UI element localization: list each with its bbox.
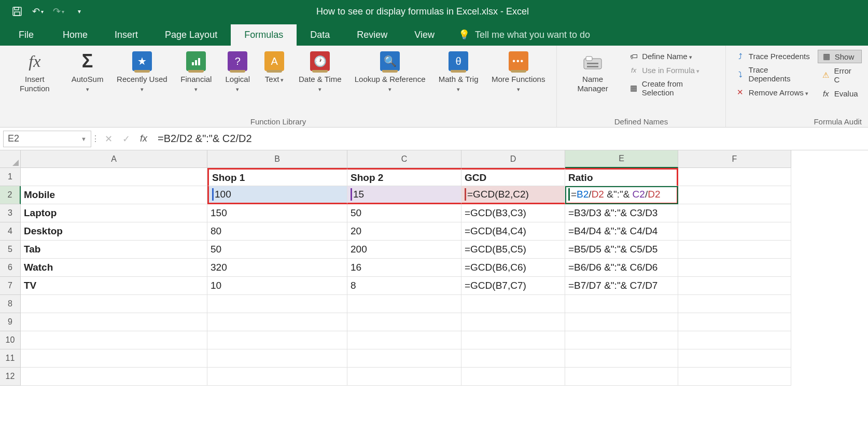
show-formulas-button[interactable]: ▦Show	[818, 50, 862, 63]
cell-A2[interactable]: Mobile	[21, 186, 207, 204]
row-header-8[interactable]: 8	[0, 295, 21, 313]
cell-C2[interactable]: 15	[347, 186, 461, 204]
cell-F7[interactable]	[678, 277, 791, 295]
cell-F8[interactable]	[678, 295, 791, 313]
cell-B5[interactable]: 50	[207, 241, 347, 259]
cell-A9[interactable]	[21, 313, 207, 331]
row-header-12[interactable]: 12	[0, 368, 21, 386]
enter-formula-button[interactable]: ✓	[117, 131, 135, 147]
row-header-3[interactable]: 3	[0, 204, 21, 222]
cell-F4[interactable]	[678, 222, 791, 241]
cell-F1[interactable]	[678, 168, 791, 186]
customize-qat-icon[interactable]: ▾	[73, 5, 86, 18]
cell-B2[interactable]: 100	[207, 186, 347, 204]
cell-D1[interactable]: GCD	[461, 168, 565, 186]
cell-A12[interactable]	[21, 368, 207, 386]
cell-D6[interactable]: =GCD(B6,C6)	[461, 259, 565, 277]
cell-A11[interactable]	[21, 349, 207, 368]
cell-E10[interactable]	[565, 331, 678, 349]
column-header-B[interactable]: B	[207, 150, 347, 168]
cell-B1[interactable]: Shop 1	[207, 168, 347, 186]
tab-file[interactable]: File	[10, 24, 49, 46]
cell-E2[interactable]: =B2/D2 &":"& C2/D2	[565, 186, 678, 204]
cell-D2[interactable]: =GCD(B2,C2)	[461, 186, 565, 204]
cell-F11[interactable]	[678, 349, 791, 368]
insert-function-button[interactable]: fx Insert Function	[6, 49, 63, 94]
cell-D9[interactable]	[461, 313, 565, 331]
more-functions-button[interactable]: ••• More Functions	[486, 49, 550, 94]
logical-button[interactable]: ? Logical	[220, 49, 255, 94]
chevron-down-icon[interactable]: ▼	[81, 136, 87, 142]
lookup-button[interactable]: 🔍 Lookup & Reference	[349, 49, 430, 94]
column-header-C[interactable]: C	[347, 150, 461, 168]
trace-precedents-button[interactable]: ⤴Trace Precedents	[732, 50, 815, 62]
cell-E9[interactable]	[565, 313, 678, 331]
tab-insert[interactable]: Insert	[101, 24, 151, 46]
column-header-F[interactable]: F	[678, 150, 791, 168]
column-header-A[interactable]: A	[21, 150, 207, 168]
cell-C5[interactable]: 200	[347, 241, 461, 259]
cell-D8[interactable]	[461, 295, 565, 313]
cell-B6[interactable]: 320	[207, 259, 347, 277]
tab-pagelayout[interactable]: Page Layout	[151, 24, 231, 46]
cell-A10[interactable]	[21, 331, 207, 349]
cell-E11[interactable]	[565, 349, 678, 368]
cell-A1[interactable]	[21, 168, 207, 186]
cancel-formula-button[interactable]: ✕	[100, 131, 117, 147]
cell-C8[interactable]	[347, 295, 461, 313]
cell-D4[interactable]: =GCD(B4,C4)	[461, 222, 565, 241]
cell-B9[interactable]	[207, 313, 347, 331]
row-header-5[interactable]: 5	[0, 241, 21, 259]
cell-A5[interactable]: Tab	[21, 241, 207, 259]
math-button[interactable]: θ Math & Trig	[433, 49, 483, 94]
cell-F3[interactable]	[678, 204, 791, 222]
cell-F9[interactable]	[678, 313, 791, 331]
cell-A4[interactable]: Desktop	[21, 222, 207, 241]
worksheet-grid[interactable]: 123456789101112 ABCDEF Shop 1Shop 2GCDRa…	[0, 150, 868, 386]
cell-A6[interactable]: Watch	[21, 259, 207, 277]
cell-C6[interactable]: 16	[347, 259, 461, 277]
column-header-E[interactable]: E	[565, 150, 678, 168]
cell-E8[interactable]	[565, 295, 678, 313]
text-button[interactable]: A Text	[258, 49, 290, 85]
cell-D12[interactable]	[461, 368, 565, 386]
cell-B12[interactable]	[207, 368, 347, 386]
row-header-9[interactable]: 9	[0, 313, 21, 331]
cell-C9[interactable]	[347, 313, 461, 331]
create-from-selection-button[interactable]: ▦Create from Selection	[625, 78, 719, 99]
cell-B10[interactable]	[207, 331, 347, 349]
undo-icon[interactable]: ↶▾	[31, 5, 45, 18]
cell-B4[interactable]: 80	[207, 222, 347, 241]
row-header-2[interactable]: 2	[0, 186, 21, 204]
redo-icon[interactable]: ↷▾	[52, 5, 65, 18]
save-icon[interactable]	[10, 5, 24, 18]
cell-C3[interactable]: 50	[347, 204, 461, 222]
tab-data[interactable]: Data	[297, 24, 343, 46]
cell-F5[interactable]	[678, 241, 791, 259]
row-header-11[interactable]: 11	[0, 349, 21, 368]
cell-B8[interactable]	[207, 295, 347, 313]
cell-C10[interactable]	[347, 331, 461, 349]
cell-B7[interactable]: 10	[207, 277, 347, 295]
remove-arrows-button[interactable]: ✕Remove Arrows	[732, 86, 815, 99]
cell-F12[interactable]	[678, 368, 791, 386]
cell-C12[interactable]	[347, 368, 461, 386]
use-in-formula-button[interactable]: fxUse in Formula	[625, 64, 719, 76]
recently-used-button[interactable]: ★ Recently Used	[111, 49, 172, 94]
tab-review[interactable]: Review	[343, 24, 401, 46]
cell-B3[interactable]: 150	[207, 204, 347, 222]
autosum-button[interactable]: Σ AutoSum	[66, 49, 109, 94]
tab-home[interactable]: Home	[49, 24, 101, 46]
cell-A7[interactable]: TV	[21, 277, 207, 295]
fx-button[interactable]: fx	[135, 131, 152, 147]
name-manager-button[interactable]: Name Manager	[563, 49, 622, 94]
cell-F10[interactable]	[678, 331, 791, 349]
tell-me-search[interactable]: 💡Tell me what you want to do	[448, 24, 600, 46]
cell-C4[interactable]: 20	[347, 222, 461, 241]
row-header-7[interactable]: 7	[0, 277, 21, 295]
cell-A3[interactable]: Laptop	[21, 204, 207, 222]
datetime-button[interactable]: 🕐 Date & Time	[293, 49, 346, 94]
define-name-button[interactable]: 🏷Define Name	[625, 50, 719, 62]
name-box[interactable]: E2▼	[3, 131, 91, 147]
cell-F6[interactable]	[678, 259, 791, 277]
